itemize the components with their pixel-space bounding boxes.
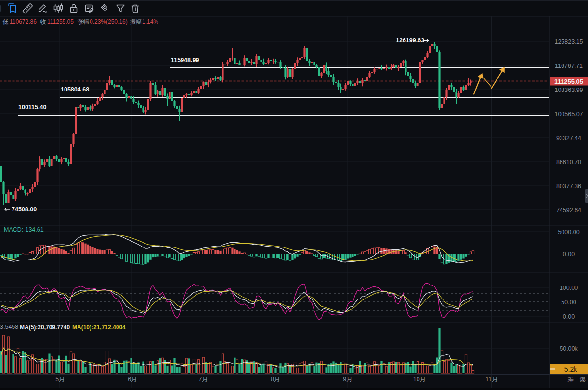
- svg-text:80377.36: 80377.36: [556, 183, 581, 190]
- svg-text:3.5458: 3.5458: [0, 324, 18, 330]
- svg-text:100115.40: 100115.40: [18, 104, 46, 111]
- svg-text:111255.05: 111255.05: [47, 18, 74, 25]
- svg-text:0.00: 0.00: [563, 313, 575, 320]
- svg-text:1.14%: 1.14%: [142, 18, 158, 25]
- svg-text:筹: 筹: [568, 376, 574, 383]
- svg-text:10月: 10月: [413, 376, 426, 383]
- svg-text:74592.64: 74592.64: [556, 207, 581, 214]
- svg-text:爆: 爆: [580, 376, 586, 383]
- svg-text:MA(10):21,712.4004: MA(10):21,712.4004: [72, 324, 126, 331]
- svg-text:111255.05: 111255.05: [554, 78, 583, 85]
- svg-text:6月: 6月: [128, 376, 137, 383]
- svg-text:108363.99: 108363.99: [554, 87, 583, 93]
- svg-text:0.00: 0.00: [563, 251, 575, 258]
- svg-text:86610.70: 86610.70: [556, 159, 581, 166]
- svg-text:8月: 8月: [271, 376, 280, 383]
- svg-text:116767.71: 116767.71: [555, 63, 583, 69]
- svg-text:110672.86: 110672.86: [10, 18, 37, 25]
- svg-text:100.00: 100.00: [560, 285, 578, 291]
- svg-text:0.23%(250.16): 0.23%(250.16): [90, 18, 128, 25]
- svg-text:涨幅: 涨幅: [77, 18, 89, 25]
- svg-text:50.00k: 50.00k: [560, 345, 578, 352]
- svg-text:93327.44: 93327.44: [556, 135, 581, 142]
- svg-text:5000.00: 5000.00: [558, 229, 579, 235]
- svg-text:低: 低: [3, 18, 9, 25]
- svg-text:5月: 5月: [55, 376, 65, 383]
- svg-text:126199.63: 126199.63: [396, 37, 424, 44]
- svg-text:11月: 11月: [485, 376, 497, 383]
- svg-text:MACD:-134.61: MACD:-134.61: [4, 226, 44, 233]
- svg-text:125823.15: 125823.15: [554, 39, 583, 45]
- svg-text:74508.00: 74508.00: [12, 206, 37, 213]
- svg-text:105804.68: 105804.68: [61, 86, 89, 93]
- svg-text:7月: 7月: [198, 376, 208, 383]
- svg-text:100565.07: 100565.07: [554, 111, 583, 117]
- svg-text:5.2k: 5.2k: [564, 365, 577, 373]
- svg-text:MA(5):20,709.7740: MA(5):20,709.7740: [20, 324, 70, 331]
- svg-text:115948.99: 115948.99: [171, 57, 199, 64]
- svg-text:振幅: 振幅: [130, 18, 142, 25]
- svg-text:收: 收: [40, 18, 46, 25]
- svg-text:9月: 9月: [343, 376, 352, 383]
- svg-text:50.00: 50.00: [561, 299, 576, 306]
